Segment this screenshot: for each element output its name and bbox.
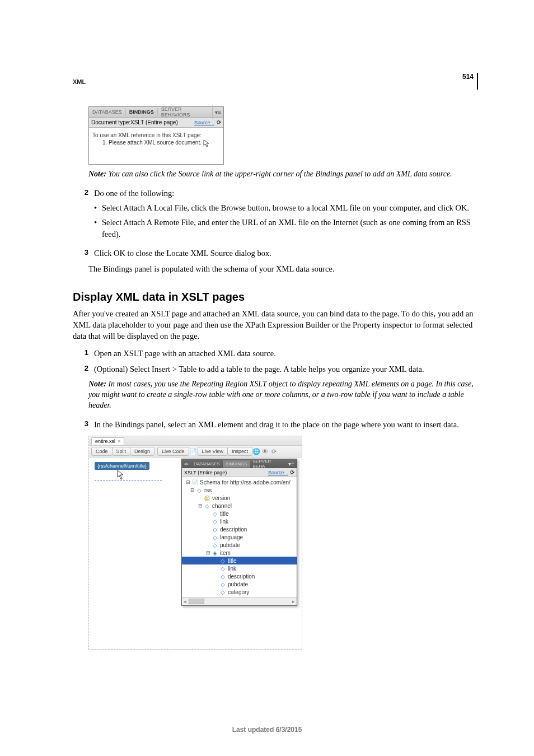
tree-node[interactable]: category — [227, 589, 249, 595]
tree-collapse-icon[interactable]: ⊟ — [205, 550, 211, 556]
scroll-right-icon[interactable]: ▸ — [292, 599, 295, 604]
doc-type-label: Document type:XSLT (Entire page) — [91, 119, 178, 125]
section-heading: Display XML data in XSLT pages — [73, 291, 478, 304]
element-icon: ◇ — [211, 542, 219, 548]
element-icon: ◇ — [219, 573, 227, 580]
step-number: 3 — [73, 248, 94, 259]
step-text: (Optional) Select Insert > Table to add … — [94, 363, 478, 375]
step-number: 3 — [73, 419, 94, 430]
step-number: 2 — [73, 188, 94, 243]
section-paragraph: After you've created an XSLT page and at… — [73, 308, 478, 342]
instruction-line-1: To use an XML reference in this XSLT pag… — [92, 132, 220, 138]
panel-collapse-icon[interactable]: ◂▸ — [182, 461, 191, 466]
tab-databases[interactable]: DATABASES — [191, 460, 223, 468]
step-number: 1 — [73, 348, 94, 359]
tree-node[interactable]: version — [211, 495, 230, 501]
step-followup: The Bindings panel is populated with the… — [88, 263, 478, 274]
element-icon: ◇ — [219, 581, 227, 587]
tab-databases[interactable]: DATABASES — [89, 108, 126, 116]
view-design-button[interactable]: Design — [130, 447, 154, 456]
tab-server-behaviors[interactable]: SERVER BEHA — [250, 458, 287, 470]
note-text: You can also click the Source link at th… — [106, 170, 452, 178]
refresh-icon[interactable]: ⟳ — [217, 119, 221, 125]
repeating-element-icon: ◈ — [219, 597, 227, 598]
cursor-icon — [203, 139, 210, 147]
chapter-label: XML — [73, 78, 86, 85]
design-canvas[interactable]: {rss/channel/item/title} ◂▸ DATABASES BI… — [89, 458, 302, 649]
file-tab-label: entire.xsl — [95, 438, 115, 444]
step-text: Click OK to close the Locate XML Source … — [94, 248, 478, 259]
tree-collapse-icon[interactable]: ⊟ — [190, 487, 195, 493]
xml-placeholder-chip[interactable]: {rss/channel/item/title} — [95, 462, 149, 470]
tree-node[interactable]: pubdate — [227, 581, 248, 587]
page-number: 514 — [462, 73, 478, 90]
tree-node[interactable]: description — [227, 573, 255, 580]
instruction-line-2: 1. Please attach XML source document. — [102, 139, 202, 146]
element-icon: ◇ — [203, 503, 211, 509]
element-icon: ◇ — [219, 558, 227, 564]
step-text: Do one of the following: — [94, 189, 174, 198]
bullet-item: Select Attach A Remote File, and enter t… — [94, 217, 478, 240]
file-tab[interactable]: entire.xsl × — [91, 437, 124, 445]
tree-node[interactable]: description — [219, 526, 247, 533]
inspect-button[interactable]: Inspect — [227, 447, 252, 456]
tree-node[interactable]: link — [219, 519, 228, 525]
element-icon: ◇ — [195, 487, 203, 493]
live-code-icon[interactable]: 📄 — [189, 447, 198, 455]
repeating-element-icon: ◈ — [211, 550, 219, 556]
globe-icon[interactable]: 🌐 — [252, 447, 261, 455]
panel-menu-icon[interactable]: ▾≡ — [286, 461, 297, 467]
refresh-icon[interactable]: ⟳ — [270, 447, 279, 455]
schema-root-label: Schema for http://rss-adobe.com/en/ — [199, 479, 291, 486]
tree-collapse-icon[interactable]: ⊟ — [185, 479, 191, 485]
page-footer: Last updated 6/3/2015 — [0, 726, 534, 734]
step-text: In the Bindings panel, select an XML ele… — [94, 419, 478, 430]
element-icon: ◇ — [219, 566, 227, 572]
tree-collapse-icon[interactable]: ⊟ — [198, 503, 203, 508]
source-link[interactable]: Source... — [268, 470, 288, 475]
bindings-panel-small: DATABASES BINDINGS SERVER BEHAVIORS ▾≡ D… — [88, 106, 224, 165]
tree-node[interactable]: title — [219, 511, 229, 517]
tree-node[interactable]: item — [219, 550, 231, 556]
source-link[interactable]: Source... — [194, 120, 214, 125]
scroll-left-icon[interactable]: ◂ — [184, 599, 186, 604]
tree-node[interactable]: language — [219, 534, 243, 540]
note-label: Note: — [88, 380, 106, 388]
tab-bindings[interactable]: BINDINGS — [223, 460, 250, 468]
tree-node[interactable]: link — [227, 566, 236, 572]
bullet-item: Select Attach A Local File, click the Br… — [94, 202, 478, 213]
live-code-button[interactable]: Live Code — [157, 447, 189, 456]
step-number: 2 — [73, 363, 94, 375]
tree-node[interactable]: author — [227, 597, 243, 598]
note-text: In most cases, you use the Repeating Reg… — [88, 380, 474, 409]
element-icon: ◇ — [211, 526, 219, 533]
xml-schema-tree[interactable]: ⊟📄Schema for http://rss-adobe.com/en/ ⊟◇… — [182, 477, 297, 597]
view-split-button[interactable]: Split — [112, 447, 131, 456]
tab-bindings[interactable]: BINDINGS — [126, 108, 158, 116]
guide-line — [95, 480, 162, 481]
tree-node-selected[interactable]: ◇title — [182, 557, 297, 564]
close-icon[interactable]: × — [118, 438, 120, 444]
note-label: Note: — [88, 170, 106, 178]
scroll-thumb[interactable] — [189, 599, 204, 604]
element-icon: ◇ — [211, 534, 219, 540]
tree-node[interactable]: pubdate — [219, 542, 240, 548]
element-icon: ◇ — [219, 589, 227, 595]
bindings-panel: ◂▸ DATABASES BINDINGS SERVER BEHA ▾≡ XSL… — [181, 459, 297, 606]
step-text: Open an XSLT page with an attached XML d… — [94, 348, 478, 359]
tab-server-behaviors[interactable]: SERVER BEHAVIORS — [158, 105, 213, 119]
preview-icon[interactable]: 👁 — [261, 447, 270, 455]
refresh-icon[interactable]: ⟳ — [290, 469, 294, 475]
horizontal-scrollbar[interactable]: ◂ ▸ — [182, 597, 297, 605]
attribute-icon: @ — [203, 495, 211, 501]
tree-node[interactable]: rss — [203, 487, 212, 493]
tree-node[interactable]: channel — [211, 503, 232, 509]
doc-type-label: XSLT (Entire page) — [184, 470, 227, 475]
view-code-button[interactable]: Code — [91, 447, 113, 456]
element-icon: ◇ — [211, 511, 219, 517]
panel-menu-icon[interactable]: ▾≡ — [213, 109, 223, 115]
live-view-button[interactable]: Live View — [198, 447, 228, 456]
element-icon: ◇ — [211, 519, 219, 525]
editor-with-bindings: entire.xsl × Code Split Design Live Code… — [88, 436, 302, 650]
schema-file-icon: 📄 — [191, 479, 199, 486]
